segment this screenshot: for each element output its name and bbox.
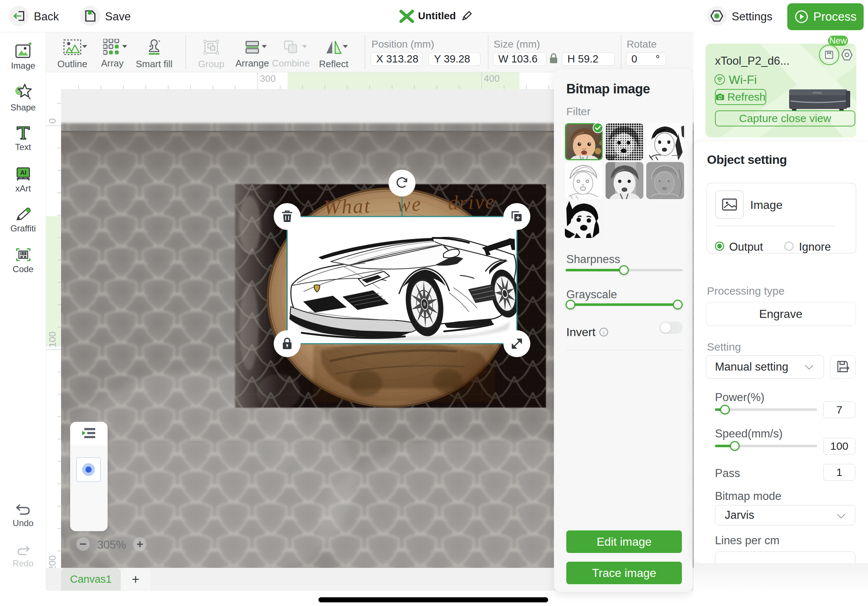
svg-text:100: 100 — [47, 332, 58, 347]
svg-text:xTOOL: xTOOL — [813, 91, 822, 94]
svg-text:200: 200 — [47, 555, 58, 568]
svg-text:AI: AI — [20, 169, 26, 176]
svg-text:300: 300 — [260, 73, 276, 84]
svg-text:400: 400 — [484, 73, 499, 84]
svg-text:i: i — [603, 329, 604, 335]
svg-text:0: 0 — [47, 118, 58, 124]
